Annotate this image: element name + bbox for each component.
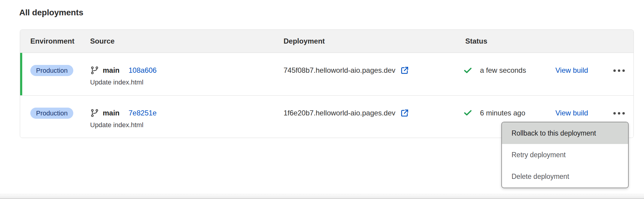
external-link-icon[interactable]: [400, 66, 409, 75]
branch-name: main: [103, 66, 120, 75]
row-menu-button[interactable]: [608, 67, 630, 75]
ellipsis-menu-icon: [613, 69, 616, 72]
deployment-url-cell[interactable]: 745f08b7.helloworld-aio.pages.dev: [284, 64, 409, 77]
check-icon: [463, 108, 472, 118]
column-header-deployment: Deployment: [284, 30, 325, 53]
page-title: All deployments: [19, 8, 83, 17]
column-header-source: Source: [90, 30, 114, 53]
status-cell: 6 minutes ago: [463, 106, 525, 120]
menu-item-retry[interactable]: Retry deployment: [502, 144, 628, 166]
commit-message: Update index.html: [90, 78, 156, 87]
environment-badge: Production: [30, 108, 73, 119]
deployment-url-cell[interactable]: 1f6e20b7.helloworld-aio.pages.dev: [284, 106, 409, 120]
environment-cell: Production: [30, 108, 73, 119]
environment-cell: Production: [30, 65, 73, 76]
current-deployment-indicator: [20, 53, 22, 95]
deployment-url[interactable]: 745f08b7.helloworld-aio.pages.dev: [284, 66, 395, 75]
environment-badge: Production: [30, 65, 73, 76]
commit-sha-link[interactable]: 7e8251e: [129, 109, 156, 117]
section-divider: [0, 194, 644, 199]
git-branch-icon: [90, 109, 99, 118]
column-header-status: Status: [465, 30, 487, 53]
git-branch-icon: [90, 66, 99, 75]
table-header-row: Environment Source Deployment Status: [20, 30, 633, 53]
status-time: 6 minutes ago: [480, 109, 525, 117]
source-cell: main 7e8251e Update index.html: [90, 106, 156, 130]
source-cell: main 108a606 Update index.html: [90, 64, 156, 87]
deployment-url[interactable]: 1f6e20b7.helloworld-aio.pages.dev: [284, 109, 395, 117]
commit-sha-link[interactable]: 108a606: [129, 66, 156, 75]
deployments-page: All deployments Environment Source Deplo…: [0, 0, 644, 199]
status-cell: a few seconds: [463, 64, 526, 77]
branch-name: main: [103, 109, 120, 117]
ellipsis-menu-icon: [613, 112, 616, 115]
check-icon: [463, 66, 472, 75]
menu-item-rollback[interactable]: Rollback to this deployment: [502, 122, 628, 144]
row-menu-button[interactable]: [608, 109, 630, 117]
deployment-context-menu: Rollback to this deployment Retry deploy…: [501, 122, 629, 188]
column-header-environment: Environment: [30, 30, 74, 53]
view-build-link[interactable]: View build: [555, 106, 588, 120]
view-build-link[interactable]: View build: [555, 64, 588, 77]
commit-message: Update index.html: [90, 120, 156, 130]
deployment-row-current: Production main 108a606 Update index.htm…: [20, 53, 633, 96]
external-link-icon[interactable]: [400, 109, 409, 118]
menu-item-delete[interactable]: Delete deployment: [502, 166, 628, 188]
status-time: a few seconds: [480, 66, 526, 75]
